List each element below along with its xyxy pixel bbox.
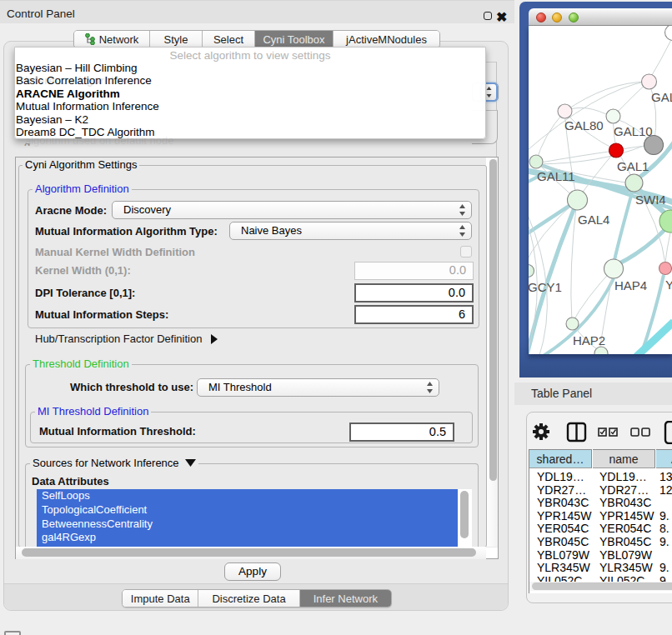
svg-text:GAL7: GAL7 — [651, 90, 672, 104]
svg-text:GAL4: GAL4 — [578, 212, 609, 227]
svg-text:YEL: YEL — [665, 278, 672, 292]
svg-text:HAP2: HAP2 — [573, 333, 605, 348]
svg-text:GAL10: GAL10 — [614, 124, 653, 138]
svg-text:GAL80: GAL80 — [564, 118, 604, 132]
svg-text:HAP4: HAP4 — [614, 278, 647, 292]
svg-text:GCY1: GCY1 — [529, 280, 562, 294]
svg-text:SWI4: SWI4 — [635, 192, 666, 207]
svg-text:GAL11: GAL11 — [537, 169, 575, 183]
svg-text:GAL1: GAL1 — [617, 159, 649, 173]
